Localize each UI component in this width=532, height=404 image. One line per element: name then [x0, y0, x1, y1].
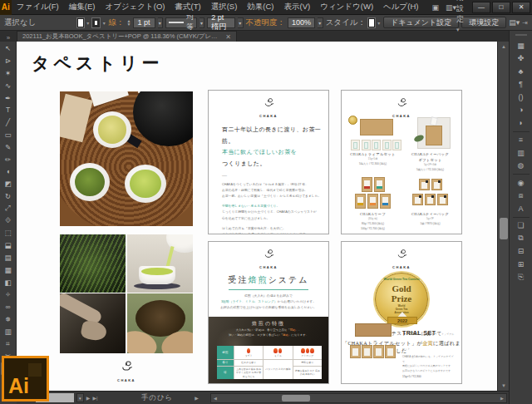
- stroke-width-stepper[interactable]: ▲▼: [126, 19, 131, 26]
- appearance-panel-icon[interactable]: ◉: [511, 176, 531, 190]
- minimize-button[interactable]: —: [472, 2, 490, 13]
- canvas[interactable]: タペストリー: [17, 42, 497, 391]
- brush-dropdown[interactable]: ▾: [238, 17, 244, 28]
- symbols-panel-icon[interactable]: ♣: [511, 65, 531, 78]
- gradient-tool[interactable]: ◧: [1, 276, 16, 288]
- style-swatch[interactable]: [368, 18, 375, 27]
- horizontal-scrollbar[interactable]: ◀ ▶: [210, 393, 507, 403]
- menu-type[interactable]: 書式(T): [170, 2, 205, 12]
- opacity-dropdown[interactable]: ▾: [318, 17, 323, 28]
- stroke-dropdown-icon[interactable]: ▾: [102, 18, 106, 27]
- graphic-styles-panel-icon[interactable]: ◑: [511, 104, 531, 117]
- pen-tool[interactable]: ✒: [1, 91, 16, 104]
- tea-cup-yellow: [93, 111, 131, 148]
- artboard-tool[interactable]: ⌗: [1, 337, 16, 350]
- workspace-switcher[interactable]: 初期設定 ▾: [456, 0, 464, 33]
- arrange-documents-icon[interactable]: ▥▾: [446, 3, 456, 12]
- opacity-label[interactable]: 不透明度：: [246, 17, 286, 28]
- blend-tool[interactable]: ∞: [1, 301, 16, 313]
- stroke-label[interactable]: 線：: [108, 17, 124, 28]
- type-tool[interactable]: T: [1, 104, 16, 116]
- align-panel-icon[interactable]: ⊟: [511, 245, 531, 259]
- product-leaf: CHAKAリーフ (80g 他) 80g / ¥1,300 (税込) 100g …: [347, 177, 399, 230]
- transparency-panel-icon[interactable]: ◍: [511, 160, 531, 173]
- horizontal-scroll-thumb[interactable]: [282, 395, 310, 402]
- graph-tool[interactable]: ▥: [1, 325, 16, 337]
- brushes-panel-icon[interactable]: ✤: [511, 52, 531, 66]
- stroke-style-dropdown[interactable]: ▾: [200, 17, 205, 28]
- swatches-panel-icon[interactable]: ▦: [511, 39, 531, 52]
- menu-edit[interactable]: 編集(E): [64, 2, 101, 12]
- eyedropper-tool[interactable]: ✧: [1, 288, 16, 301]
- toolbar-collapse-icon[interactable]: »: [0, 34, 17, 42]
- perspective-grid-tool[interactable]: ▤: [1, 252, 16, 264]
- opentype-panel-icon[interactable]: (): [511, 91, 531, 104]
- layers-panel-icon[interactable]: ❏: [511, 219, 531, 233]
- dock-grip[interactable]: [515, 34, 527, 36]
- tab-close-icon[interactable]: ✕: [225, 33, 231, 41]
- magic-wand-tool[interactable]: ✶: [1, 67, 16, 80]
- shape-builder-tool[interactable]: ⬓: [1, 239, 16, 252]
- vertical-scrollbar[interactable]: ▲ ▼: [497, 42, 509, 391]
- paragraph-panel-icon[interactable]: ¶: [511, 78, 531, 91]
- stroke-panel-icon[interactable]: ≡: [511, 134, 531, 147]
- title-underline: [229, 289, 308, 290]
- bridge-icon[interactable]: ▣: [431, 3, 439, 12]
- lasso-tool[interactable]: ∿: [1, 79, 16, 91]
- pencil-tool[interactable]: ✏: [1, 153, 16, 165]
- stroke-color-swatch[interactable]: [92, 18, 100, 27]
- menu-object[interactable]: オブジェクト(O): [100, 2, 170, 12]
- gradient-panel-icon[interactable]: ▥: [511, 146, 531, 160]
- style-dropdown-icon[interactable]: ▾: [377, 18, 381, 27]
- scroll-right-icon[interactable]: ▶: [498, 394, 506, 402]
- links-panel-icon[interactable]: ⎘: [511, 271, 531, 284]
- transform-panel-icon[interactable]: ⧈: [511, 190, 531, 203]
- rectangle-tool[interactable]: ▭: [1, 129, 16, 141]
- stroke-width-field[interactable]: 1 pt: [133, 17, 155, 28]
- pathfinder-panel-icon[interactable]: ⊞: [511, 258, 531, 271]
- blob-brush-tool[interactable]: ◖: [1, 165, 16, 178]
- rotate-tool[interactable]: ↻: [1, 190, 16, 203]
- flame-icon: [301, 348, 305, 354]
- menu-effect[interactable]: 効果(C): [242, 2, 278, 12]
- opacity-field[interactable]: 100%: [288, 17, 315, 28]
- vertical-scroll-thumb[interactable]: [500, 218, 508, 239]
- menu-window[interactable]: ウィンドウ(W): [315, 2, 378, 12]
- symbol-sprayer-tool[interactable]: ✵: [1, 313, 16, 326]
- menu-help[interactable]: ヘルプ(H): [378, 2, 423, 12]
- stroke-style-select[interactable]: 均等: [165, 17, 197, 28]
- control-bar: 選択なし ▾ ▾ 線： ▲▼ 1 pt ▾ 均等 ▾ 2 pt 楕円 ▾ 不透明…: [0, 15, 532, 31]
- menu-select[interactable]: 選択(S): [206, 2, 243, 12]
- eraser-tool[interactable]: ◩: [1, 178, 16, 190]
- scroll-up-icon[interactable]: ▲: [498, 42, 510, 52]
- mesh-tool[interactable]: ▦: [1, 264, 16, 276]
- brush-select[interactable]: 2 pt 楕円: [207, 17, 235, 28]
- scroll-down-icon[interactable]: ▼: [498, 381, 510, 391]
- fill-color-swatch[interactable]: [77, 18, 84, 27]
- menu-view[interactable]: 表示(V): [279, 2, 316, 12]
- selection-tool[interactable]: ↖: [1, 42, 16, 55]
- direct-selection-tool[interactable]: ⊳: [1, 55, 16, 67]
- scale-tool[interactable]: ⤢: [1, 202, 16, 214]
- paintbrush-tool[interactable]: ✎: [1, 140, 16, 153]
- line-segment-tool[interactable]: ╱: [1, 116, 16, 129]
- artboard-dropdown[interactable]: ▾: [76, 393, 84, 402]
- fill-dropdown-icon[interactable]: ▾: [86, 18, 90, 27]
- artboards-panel-icon[interactable]: ⧉: [511, 232, 531, 245]
- scroll-left-icon[interactable]: ◀: [211, 394, 219, 402]
- width-tool[interactable]: ⟐: [1, 214, 16, 227]
- document-setup-button[interactable]: ドキュメント設定: [383, 17, 459, 28]
- free-transform-tool[interactable]: ⬚: [1, 227, 16, 239]
- character-panel-icon[interactable]: A: [511, 202, 531, 215]
- maximize-button[interactable]: □: [492, 2, 510, 13]
- menu-file[interactable]: ファイル(F): [12, 2, 64, 12]
- status-options-icon[interactable]: ▶: [195, 395, 199, 401]
- next-artboard-icon[interactable]: ▶: [86, 395, 91, 401]
- tea-cup-light-green: [125, 165, 166, 203]
- close-button[interactable]: ✕: [512, 2, 530, 13]
- last-artboard-icon[interactable]: ▶|: [92, 395, 97, 401]
- stroke-width-dropdown[interactable]: ▾: [158, 17, 164, 28]
- gradient-mesh-panel-icon[interactable]: ◗: [511, 116, 531, 130]
- document-tab[interactable]: 202111_お見本BOOK_タペストリー+POP @ 118.36% (CMY…: [17, 31, 237, 42]
- card-brand-story: CHAKA 百二十年以上の長きに渡り、お茶一筋。 本当に飲んでほしいお茶を つく…: [208, 90, 329, 234]
